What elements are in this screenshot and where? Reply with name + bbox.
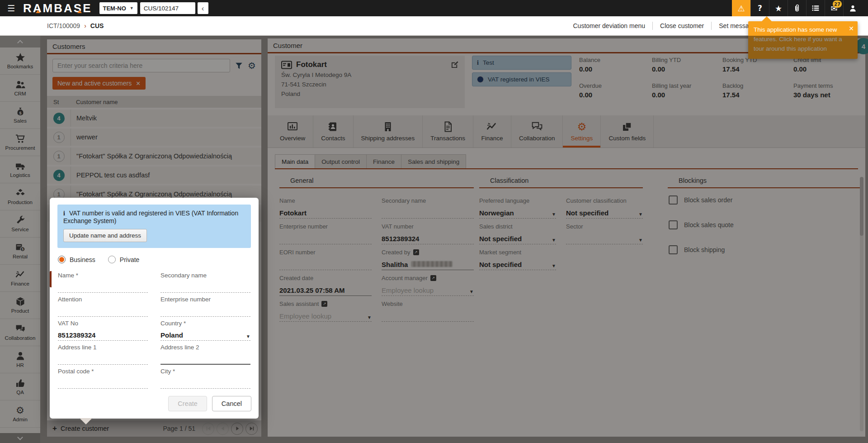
close-icon[interactable]: ✕	[849, 24, 854, 34]
field-attention[interactable]: Attention	[58, 293, 148, 317]
favorites-button[interactable]: ★	[769, 0, 788, 16]
field-secondary-name[interactable]: Secondary name	[160, 269, 250, 293]
private-radio[interactable]	[108, 256, 116, 263]
modal-buttons: Create Cancel	[168, 396, 251, 411]
field-country[interactable]: Country * Poland▼	[160, 317, 250, 341]
info-icon: i	[63, 210, 65, 217]
create-button[interactable]: Create	[168, 396, 207, 411]
dropdown-caret-icon[interactable]: ▼	[246, 334, 250, 339]
rambase-logo[interactable]: RAMBASE	[21, 1, 99, 15]
list-icon	[811, 4, 820, 12]
user-icon	[849, 5, 857, 12]
field-city[interactable]: City *	[160, 365, 250, 389]
help-button[interactable]: ?	[750, 0, 769, 16]
module-selector[interactable]: TEM-NO▼	[99, 2, 137, 14]
update-name-address-button[interactable]: Update name and address	[63, 229, 147, 242]
logo-accent-icon	[77, 10, 82, 13]
create-customer-form: Name * Secondary name Attention Enterpri…	[58, 269, 250, 389]
attachments-button[interactable]	[788, 0, 806, 16]
toolbar: ICT/100009 › CUS Customer deviation menu…	[0, 16, 868, 36]
field-postal-code[interactable]: Postal code *	[58, 365, 148, 389]
breadcrumb-current: CUS	[90, 22, 104, 29]
field-enterprise-number[interactable]: Enterprise number	[160, 293, 250, 317]
tasks-button[interactable]	[806, 0, 825, 16]
cancel-button[interactable]: Cancel	[212, 396, 251, 411]
message-count-badge: 27	[833, 0, 842, 8]
command-input[interactable]	[140, 2, 195, 14]
breadcrumb-parent[interactable]: ICT/100009	[47, 22, 80, 29]
required-field-indicator	[50, 271, 52, 287]
chevron-down-icon: ▼	[130, 6, 134, 10]
breadcrumb: ICT/100009 › CUS	[0, 22, 104, 29]
create-customer-popover: iVAT number is valid and registered in V…	[50, 198, 259, 419]
customer-deviation-menu-link[interactable]: Customer deviation menu	[566, 22, 652, 29]
user-button[interactable]	[843, 0, 862, 16]
top-bar: ☰ RAMBASE TEM-NO▼ ‹ ⚠ ? ★ ✉ 27	[0, 0, 868, 16]
paperclip-icon	[793, 4, 801, 13]
field-name[interactable]: Name *	[58, 269, 148, 293]
field-address-line-1[interactable]: Address line 1	[58, 341, 148, 365]
breadcrumb-separator-icon: ›	[84, 22, 86, 29]
hamburger-menu-icon[interactable]: ☰	[0, 3, 21, 13]
messages-button[interactable]: ✉ 27	[825, 0, 843, 16]
vat-info-box: iVAT number is valid and registered in V…	[57, 205, 251, 248]
business-radio-label: Business	[70, 256, 95, 263]
field-address-line-2[interactable]: Address line 2	[160, 341, 250, 365]
module-label: TEM-NO	[103, 5, 126, 12]
private-radio-label: Private	[120, 256, 140, 263]
question-icon: ?	[758, 4, 762, 13]
back-button[interactable]: ‹	[198, 2, 208, 14]
warning-icon: ⚠	[737, 4, 745, 13]
warning-button[interactable]: ⚠	[732, 0, 750, 16]
close-customer-link[interactable]: Close customer	[653, 22, 711, 29]
field-vat-no[interactable]: VAT No 8512389324	[58, 317, 148, 341]
business-radio[interactable]	[58, 256, 66, 263]
star-icon: ★	[775, 4, 782, 13]
customer-type-radios: Business Private	[58, 256, 259, 263]
logo-accent-icon	[36, 10, 40, 13]
vat-info-text: VAT number is valid and registered in VI…	[63, 210, 238, 224]
topbar-icon-group: ⚠ ? ★ ✉ 27	[732, 0, 868, 16]
